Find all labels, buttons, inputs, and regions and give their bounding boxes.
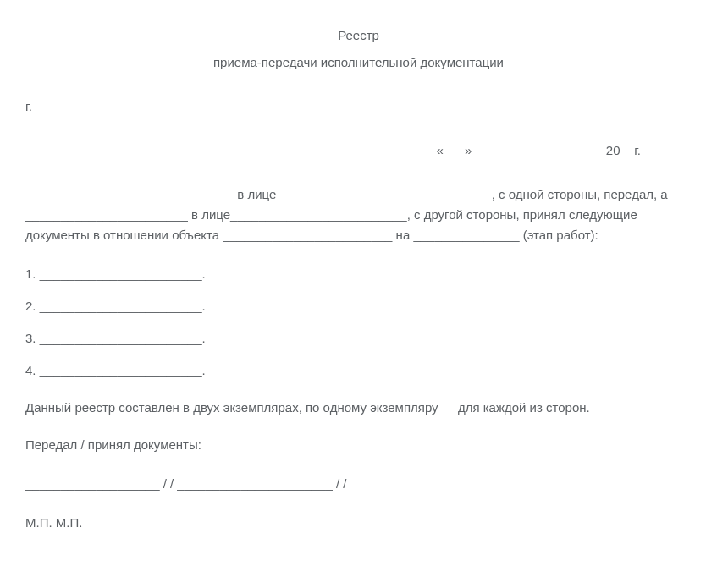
document-subtitle: приема-передачи исполнительной документа… — [25, 52, 692, 73]
copies-paragraph: Данный реестр составлен в двух экземпляр… — [25, 398, 692, 418]
signature-line: ___________________ / / ________________… — [25, 474, 692, 494]
list-item: 4. _______________________. — [25, 360, 692, 381]
document-list: 1. _______________________. 2. _________… — [25, 264, 692, 381]
list-item: 1. _______________________. — [25, 264, 692, 284]
date-line: «___» __________________ 20__г. — [25, 140, 692, 161]
body-paragraph: ______________________________в лице ___… — [25, 184, 692, 245]
stamp-line: М.П. М.П. — [25, 513, 692, 533]
list-item: 3. _______________________. — [25, 328, 692, 349]
city-line: г. ________________ — [25, 96, 692, 117]
list-item: 2. _______________________. — [25, 296, 692, 316]
document-title: Реестр — [25, 25, 692, 46]
handover-label: Передал / принял документы: — [25, 435, 692, 455]
